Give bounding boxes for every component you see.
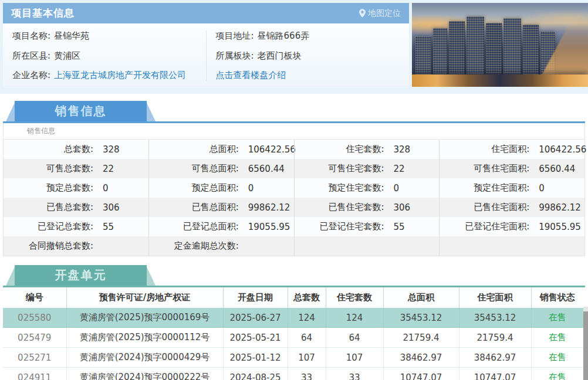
sales-row: 合同撤销总套数: 定金逾期总次数: [4, 236, 584, 256]
address-value: 昼锦路666弄 [258, 30, 310, 41]
opening-row-selected[interactable]: 025580 黄浦房管(2025)预字0000169号 2025-06-27 1… [3, 308, 583, 328]
cell-date: 2024-08-25 [223, 368, 288, 380]
sales-value: 55 [384, 222, 439, 232]
sales-cell: 已售总套数:306 [4, 198, 148, 217]
company-row: 企业名称:上海亚龙古城房地产开发有限公司 [12, 70, 206, 81]
plate-row: 所属板块:老西门板块 [216, 50, 410, 62]
sales-cell: 已登记住宅面积:19055.95 [439, 217, 584, 236]
cell-total-area: 38462.97 [383, 348, 459, 368]
opening-header-row: 编号 预售许可证/房地产权证 开盘日期 总套数 住宅套数 总面积 住宅面积 销售… [3, 287, 583, 308]
sales-label: 住宅套数: [295, 144, 384, 155]
cell-total-units: 33 [288, 368, 326, 380]
sales-label: 已登记总面积: [149, 221, 239, 232]
project-info-left-column: 项目名称:昼锦华苑 所在区县:黄浦区 企业名称:上海亚龙古城房地产开发有限公司 [3, 30, 206, 81]
sales-value: 22 [93, 164, 148, 174]
photo-building [467, 16, 484, 75]
cell-total-area: 35453.12 [383, 308, 459, 328]
sales-value: 22 [384, 164, 439, 174]
sales-value: 19055.95 [529, 222, 584, 232]
opening-row[interactable]: 025271 黄浦房管(2024)预字0000429号 2025-01-12 1… [3, 348, 583, 368]
sales-value: 0 [239, 183, 294, 194]
cell-total-area: 10747.07 [383, 368, 459, 380]
sales-label: 已登记总套数: [4, 221, 93, 232]
cell-res-area: 10747.07 [459, 368, 531, 380]
sales-label: 可售住宅面积: [440, 163, 529, 174]
sales-row: 已登记总套数:55 已登记总面积:19055.95 已登记住宅套数:55 已登记… [4, 217, 584, 236]
sales-row: 可售总套数:22 可售总面积:6560.44 可售住宅套数:22 可售住宅面积:… [4, 159, 584, 178]
sales-label: 合同撤销总套数: [4, 240, 93, 252]
section-header-bar: 项目基本信息 地图定位 [3, 3, 409, 23]
cell-total-area: 21759.4 [383, 328, 459, 348]
map-locate-link[interactable]: 地图定位 [359, 8, 401, 19]
col-header-status: 销售状态 [531, 287, 583, 308]
col-header-total-area: 总面积 [383, 287, 459, 308]
cell-date: 2025-01-12 [223, 348, 288, 368]
sales-cell: 已登记住宅套数:55 [294, 217, 440, 236]
cell-res-area: 21759.4 [459, 328, 531, 348]
photo-building [523, 25, 539, 75]
opening-units-table: 编号 预售许可证/房地产权证 开盘日期 总套数 住宅套数 总面积 住宅面积 销售… [3, 287, 583, 380]
sales-value: 19055.95 [239, 222, 294, 232]
sales-value: 0 [93, 183, 148, 194]
cell-id: 024911 [3, 368, 66, 380]
cell-license: 黄浦房管(2024)预字0000222号 [66, 368, 223, 380]
sales-label: 已售住宅套数: [295, 202, 384, 213]
view-intro-link[interactable]: 点击查看楼盘介绍 [216, 70, 286, 80]
photo-building [433, 28, 447, 75]
section-title: 项目基本信息 [11, 6, 75, 20]
sales-cell: 已登记总面积:19055.95 [148, 217, 294, 236]
status-badge: 在售 [531, 348, 583, 368]
sales-cell: 住宅套数:328 [294, 140, 440, 159]
sales-row: 预定总套数:0 预定总面积:0 预定住宅套数:0 预定住宅面积:0 [4, 178, 584, 198]
col-header-total-units: 总套数 [288, 287, 326, 308]
cell-id: 025479 [3, 328, 66, 348]
sales-label: 已售住宅面积: [440, 202, 529, 213]
sales-cell: 住宅面积:106422.56 [439, 140, 584, 159]
photo-building [415, 36, 431, 75]
company-link[interactable]: 上海亚龙古城房地产开发有限公司 [54, 70, 186, 80]
project-info-panel: 项目名称:昼锦华苑 所在区县:黄浦区 企业名称:上海亚龙古城房地产开发有限公司 … [3, 23, 409, 88]
sales-cell: 总套数:328 [4, 140, 148, 159]
table-scrollbar[interactable] [583, 307, 588, 380]
col-header-id: 编号 [3, 287, 66, 308]
sales-label: 可售住宅套数: [295, 163, 384, 174]
sales-label: 预定住宅面积: [440, 182, 529, 194]
sales-cell: 预定住宅套数:0 [294, 178, 440, 198]
district-row: 所在区县:黄浦区 [12, 50, 206, 62]
sales-cell: 可售总面积:6560.44 [148, 159, 294, 178]
sales-info-sublabel: 销售信息 [4, 123, 584, 140]
photo-building [486, 23, 502, 75]
tab-opening-units[interactable]: 开盘单元 [15, 265, 147, 286]
opening-row[interactable]: 024911 黄浦房管(2024)预字0000222号 2024-08-25 3… [3, 368, 583, 380]
company-label: 企业名称: [12, 70, 50, 80]
cell-total-units: 64 [288, 328, 326, 348]
sales-value: 6560.44 [239, 164, 294, 174]
sales-value: 0 [384, 183, 439, 194]
sales-label: 预定总套数: [4, 182, 93, 194]
sales-label: 定金逾期总次数: [149, 240, 239, 252]
tab-sales-info[interactable]: 销售信息 [15, 101, 147, 121]
photo-foreground-road [412, 74, 588, 87]
scrollbar-thumb[interactable] [583, 311, 588, 380]
district-label: 所在区县: [12, 50, 50, 61]
sales-value: 99862.12 [529, 202, 584, 213]
cell-id: 025580 [3, 308, 66, 328]
col-header-res-units: 住宅套数 [326, 287, 383, 308]
address-row: 项目地址:昼锦路666弄 [216, 30, 410, 42]
intro-row: 点击查看楼盘介绍 [216, 70, 410, 81]
sales-label: 已登记住宅面积: [440, 221, 529, 232]
status-badge: 在售 [531, 308, 583, 328]
sales-info-table: 销售信息 总套数:328 总面积:106422.56 住宅套数:328 住宅面积… [3, 123, 585, 256]
map-locate-label: 地图定位 [368, 8, 401, 19]
sales-cell: 预定住宅面积:0 [439, 178, 584, 198]
sales-cell: 预定总套数:0 [4, 178, 148, 198]
address-label: 项目地址: [216, 30, 254, 41]
cell-res-units: 124 [326, 308, 383, 328]
sales-label: 住宅面积: [440, 144, 529, 155]
project-photo [412, 3, 588, 87]
district-value: 黄浦区 [54, 50, 80, 61]
sales-label: 已登记住宅套数: [295, 221, 384, 232]
sales-value: 106422.56 [529, 144, 586, 155]
sales-label: 已售总面积: [149, 202, 239, 213]
opening-row[interactable]: 025479 黄浦房管(2025)预字0000112号 2025-05-21 6… [3, 328, 583, 348]
